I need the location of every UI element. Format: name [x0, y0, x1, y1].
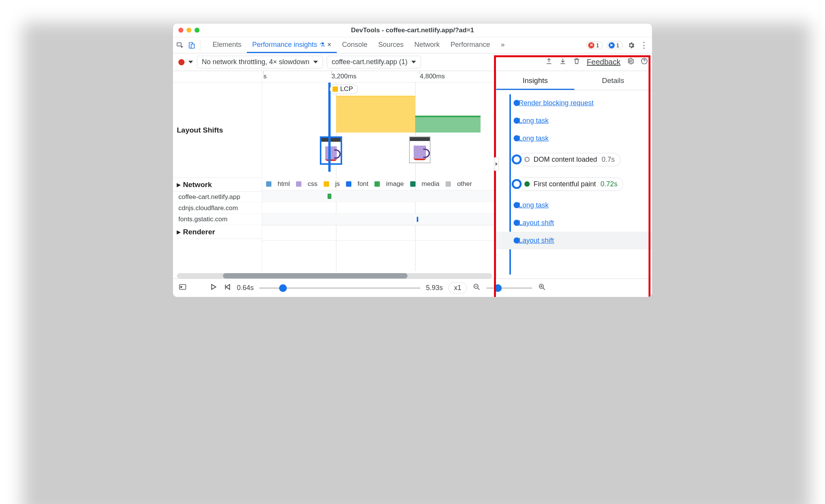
- milestone-pill: DOM content loaded 0.7s: [519, 153, 620, 166]
- screenshot-toggle-icon[interactable]: [178, 283, 187, 293]
- timeline-tracks[interactable]: s 3,200ms 4,800ms LCP: [262, 71, 496, 271]
- insight-link[interactable]: Long task: [519, 117, 549, 125]
- tab-more-label: »: [501, 41, 505, 49]
- legend-html: html: [278, 180, 290, 188]
- zoom-out-icon[interactable]: [472, 283, 481, 293]
- section-network[interactable]: ▸Network: [173, 178, 262, 192]
- legend-js: js: [335, 180, 340, 188]
- insight-milestone[interactable]: First contentful paint 0.72s: [503, 172, 647, 196]
- renderer-label: Renderer: [183, 228, 215, 236]
- timeline-marker[interactable]: [328, 83, 331, 172]
- scrollbar-thumb[interactable]: [223, 273, 408, 279]
- pane-resize-grip[interactable]: [494, 157, 499, 171]
- lcp-region[interactable]: [336, 96, 415, 133]
- rewind-icon[interactable]: [223, 283, 231, 293]
- insights-tabs: Insights Details: [496, 71, 652, 90]
- insight-link[interactable]: Long task: [519, 134, 549, 143]
- tab-more[interactable]: »: [496, 37, 510, 53]
- slider-knob[interactable]: [494, 284, 502, 292]
- insight-item[interactable]: Long task: [503, 196, 647, 214]
- network-row[interactable]: [262, 191, 496, 202]
- section-layout-shifts: Layout Shifts: [173, 83, 262, 178]
- insight-link[interactable]: Render blocking request: [519, 99, 594, 107]
- feedback-link[interactable]: Feedback: [587, 58, 620, 66]
- tab-details[interactable]: Details: [574, 71, 652, 90]
- insight-item[interactable]: Long task: [503, 129, 647, 147]
- titlebar: DevTools - coffee-cart.netlify.app/?ad=1: [173, 23, 652, 37]
- errors-count: 1: [596, 42, 599, 48]
- tab-network[interactable]: Network: [409, 37, 445, 53]
- request-bar[interactable]: [328, 194, 331, 199]
- import-icon[interactable]: [559, 57, 567, 67]
- tab-elements[interactable]: Elements: [207, 37, 247, 53]
- insight-link[interactable]: Long task: [519, 201, 549, 209]
- tab-insights-label: Insights: [523, 76, 548, 85]
- play-icon[interactable]: [209, 283, 218, 293]
- record-button-icon[interactable]: [178, 59, 185, 65]
- request-bar[interactable]: [417, 217, 418, 222]
- maximize-window-icon[interactable]: [195, 28, 200, 33]
- timeline-node-icon: [514, 202, 520, 208]
- panel-settings-icon[interactable]: [627, 57, 634, 67]
- gridline: [415, 83, 416, 271]
- timeline-node-icon: [514, 135, 520, 141]
- throttling-select[interactable]: No network throttling, 4× slowdown: [197, 56, 323, 68]
- swatch-js-icon: [324, 181, 329, 187]
- playhead-slider[interactable]: [259, 287, 421, 289]
- insight-item[interactable]: Render blocking request: [503, 94, 647, 112]
- timeline-region[interactable]: [415, 117, 481, 133]
- insight-item[interactable]: Layout shift: [503, 214, 647, 232]
- insight-item[interactable]: Layout shift: [496, 232, 652, 249]
- zoom-level[interactable]: x1: [448, 282, 467, 293]
- kebab-menu-icon[interactable]: ⋮: [640, 40, 647, 50]
- close-window-icon[interactable]: [178, 28, 183, 33]
- minimize-window-icon[interactable]: [186, 28, 191, 33]
- renderer-track[interactable]: [262, 225, 496, 241]
- tab-console[interactable]: Console: [337, 37, 373, 53]
- recording-select[interactable]: coffee-cart.netlify.app (1): [327, 56, 421, 68]
- insight-item[interactable]: Long task: [503, 112, 647, 129]
- tab-performance-insights[interactable]: Performance insights ⚗︎ ×: [247, 37, 337, 53]
- filmstrip-thumbnail[interactable]: [320, 136, 342, 165]
- filmstrip-thumbnail[interactable]: [409, 136, 431, 163]
- track-labels: Layout Shifts ▸Network coffee-cart.netli…: [173, 71, 262, 271]
- section-renderer[interactable]: ▸Renderer: [173, 225, 262, 239]
- settings-gear-icon[interactable]: [627, 41, 636, 50]
- playhead-start: 0.64s: [237, 284, 254, 292]
- device-toolbar-icon[interactable]: [187, 41, 196, 50]
- record-mode-dropdown[interactable]: [188, 61, 193, 63]
- inspect-element-icon[interactable]: [175, 41, 185, 50]
- network-host-row[interactable]: coffee-cart.netlify.app: [173, 192, 262, 203]
- lcp-chip[interactable]: LCP: [330, 84, 358, 94]
- insights-pane: Insights Details Render blocking request…: [496, 71, 652, 279]
- zoom-slider[interactable]: [486, 287, 532, 289]
- zoom-in-icon[interactable]: [538, 283, 546, 293]
- errors-badge[interactable]: ✕ 1: [586, 41, 602, 49]
- close-tab-icon[interactable]: ×: [327, 41, 331, 49]
- timeline-node-icon: [514, 220, 520, 226]
- swatch-other-icon: [446, 181, 451, 187]
- insight-milestone[interactable]: DOM content loaded 0.7s: [503, 147, 647, 172]
- timeline-node-icon: [514, 100, 520, 106]
- insight-link[interactable]: Layout shift: [519, 219, 554, 227]
- messages-badge[interactable]: ➤ 1: [607, 41, 623, 49]
- network-host-row[interactable]: fonts.gstatic.com: [173, 214, 262, 225]
- network-row[interactable]: [262, 214, 496, 225]
- insight-link[interactable]: Layout shift: [519, 237, 554, 245]
- network-host-row[interactable]: cdnjs.cloudflare.com: [173, 203, 262, 214]
- export-icon[interactable]: [545, 57, 553, 67]
- horizontal-scrollbar[interactable]: [177, 273, 492, 279]
- slider-knob[interactable]: [279, 284, 287, 292]
- tab-insights[interactable]: Insights: [496, 71, 574, 90]
- window-controls: [178, 28, 200, 33]
- help-icon[interactable]: [640, 57, 648, 67]
- status-dot-icon: [524, 157, 530, 162]
- delete-icon[interactable]: [573, 57, 580, 67]
- tab-performance[interactable]: Performance: [445, 37, 496, 53]
- devtools-toolbar: Elements Performance insights ⚗︎ × Conso…: [173, 37, 652, 53]
- network-row[interactable]: [262, 202, 496, 214]
- experiment-icon: ⚗︎: [319, 41, 325, 48]
- tab-sources[interactable]: Sources: [373, 37, 409, 53]
- separator: [200, 40, 200, 50]
- tab-sources-label: Sources: [378, 41, 404, 49]
